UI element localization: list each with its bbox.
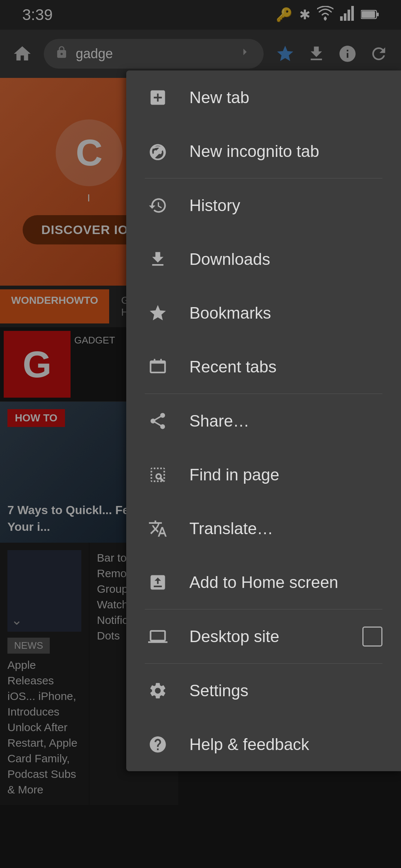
desktop-site-checkbox[interactable] (362, 627, 382, 647)
translate-icon (145, 519, 171, 538)
downloads-icon (145, 250, 171, 269)
menu-item-find[interactable]: Find in page (126, 448, 401, 502)
menu-item-incognito[interactable]: New incognito tab (126, 124, 401, 178)
menu-item-history[interactable]: History (126, 178, 401, 232)
desktop-icon (145, 627, 171, 646)
svg-rect-11 (160, 359, 162, 362)
bookmarks-icon (145, 303, 171, 323)
menu-item-downloads[interactable]: Downloads (126, 232, 401, 286)
history-icon (145, 196, 171, 215)
help-label: Help & feedback (189, 735, 309, 754)
svg-rect-10 (154, 359, 155, 362)
svg-point-9 (159, 150, 162, 154)
svg-point-8 (154, 150, 157, 154)
menu-item-share[interactable]: Share… (126, 394, 401, 448)
desktop-label: Desktop site (189, 627, 279, 646)
menu-item-help[interactable]: Help & feedback (126, 717, 401, 771)
desktop-checkbox-wrapper[interactable] (362, 627, 382, 647)
share-icon (145, 411, 171, 431)
dropdown-menu: New tab New incognito tab History (126, 70, 401, 771)
menu-item-recent-tabs[interactable]: Recent tabs (126, 340, 401, 394)
find-label: Find in page (189, 466, 279, 484)
recent-tabs-label: Recent tabs (189, 358, 277, 376)
settings-icon (145, 681, 171, 700)
translate-label: Translate… (189, 519, 273, 538)
incognito-icon (145, 142, 171, 161)
bookmarks-label: Bookmarks (189, 304, 271, 322)
menu-item-bookmarks[interactable]: Bookmarks (126, 286, 401, 340)
share-label: Share… (189, 412, 249, 430)
menu-item-new-tab[interactable]: New tab (126, 70, 401, 124)
add-home-label: Add to Home screen (189, 573, 338, 592)
menu-item-settings[interactable]: Settings (126, 664, 401, 717)
new-tab-icon (145, 88, 171, 107)
history-label: History (189, 196, 240, 215)
menu-item-translate[interactable]: Translate… (126, 502, 401, 555)
new-tab-label: New tab (189, 88, 249, 107)
settings-label: Settings (189, 681, 248, 700)
add-home-icon (145, 573, 171, 592)
recent-tabs-icon (145, 357, 171, 377)
help-icon (145, 735, 171, 754)
menu-item-desktop[interactable]: Desktop site (126, 609, 401, 663)
incognito-label: New incognito tab (189, 142, 319, 161)
downloads-label: Downloads (189, 250, 270, 269)
menu-item-add-home[interactable]: Add to Home screen (126, 555, 401, 609)
find-icon (145, 465, 171, 484)
